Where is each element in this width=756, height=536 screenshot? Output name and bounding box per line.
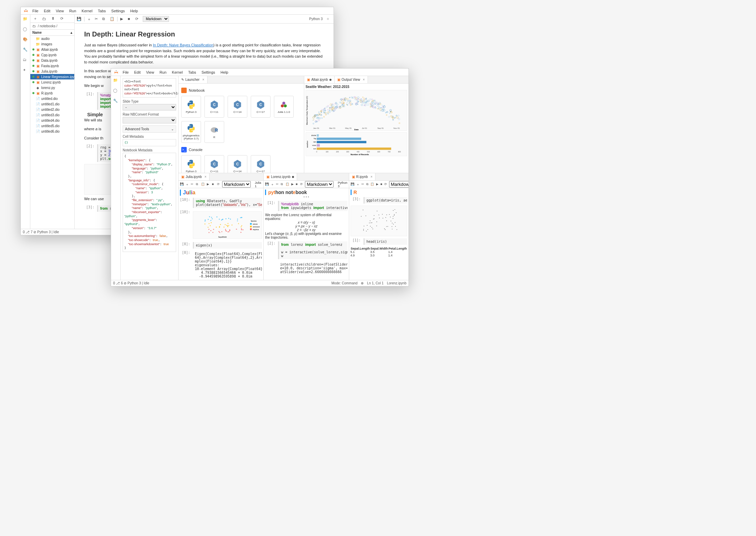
- menu-kernel[interactable]: Kernel: [170, 70, 185, 75]
- run-icon[interactable]: ▶: [376, 182, 379, 186]
- file-item[interactable]: ▣R.ipynb: [30, 90, 74, 96]
- file-item[interactable]: ▣Altair.ipynb: [30, 47, 74, 52]
- paste-icon[interactable]: 📋: [370, 182, 374, 186]
- launcher-card[interactable]: Python 3: [181, 96, 201, 118]
- new-launcher-icon[interactable]: ＋: [32, 16, 38, 21]
- run-icon[interactable]: ▶: [291, 182, 294, 186]
- column-name[interactable]: Name: [32, 31, 42, 34]
- menu-edit[interactable]: Edit: [132, 70, 143, 75]
- code-cell[interactable]: using RDatasets, Gadfly plot(dataset("da…: [193, 198, 262, 208]
- launcher-card[interactable]: CC++11: [204, 155, 224, 173]
- extension-icon[interactable]: ✦: [23, 68, 28, 73]
- file-item[interactable]: 📄untitled5.dio: [30, 123, 74, 129]
- file-item[interactable]: ▣Lorenz.ipynb: [30, 79, 74, 85]
- folder-icon[interactable]: 📁: [23, 17, 28, 22]
- cell-type-select[interactable]: Markdown: [389, 181, 408, 188]
- restart-icon[interactable]: ⟳: [217, 182, 220, 186]
- upload-icon[interactable]: ⬆: [50, 16, 56, 21]
- file-item[interactable]: 📁audio: [30, 36, 74, 41]
- kernel-name[interactable]: Python 3: [338, 181, 347, 188]
- save-icon[interactable]: 💾: [180, 182, 184, 186]
- refresh-icon[interactable]: ⟳: [59, 16, 64, 21]
- tabs-icon[interactable]: 🗂: [23, 58, 28, 63]
- tools-icon[interactable]: 🔧: [113, 99, 119, 104]
- copy-icon[interactable]: ⧉: [196, 182, 199, 186]
- close-icon[interactable]: ×: [203, 175, 206, 179]
- cut-icon[interactable]: ✂: [361, 182, 364, 186]
- menu-help[interactable]: Help: [218, 70, 230, 75]
- close-icon[interactable]: ×: [361, 78, 365, 81]
- commands-icon[interactable]: 🎨: [23, 37, 28, 43]
- cell-metadata-value[interactable]: {}: [123, 139, 176, 147]
- menu-view[interactable]: View: [54, 8, 66, 14]
- file-item[interactable]: 📄untitled2.dio: [30, 107, 74, 112]
- launcher-card[interactable]: phylogenetics (Python 3.7): [181, 121, 201, 143]
- paste-icon[interactable]: 📋: [201, 182, 205, 186]
- running-icon[interactable]: ◯: [113, 88, 119, 94]
- code-cell[interactable]: %matplotlib inline from ipywidgets impor…: [278, 201, 347, 211]
- cell-type-select[interactable]: Markdown: [305, 181, 334, 188]
- naive-bayes-link[interactable]: In Depth: Naive Bayes Classification: [153, 43, 213, 47]
- menu-tabs[interactable]: Tabs: [186, 70, 198, 75]
- slide-type-select[interactable]: -: [123, 104, 176, 110]
- save-icon[interactable]: 💾: [77, 17, 81, 21]
- kernel-name[interactable]: Julia 1: [255, 181, 262, 188]
- file-item[interactable]: ▣Data.ipynb: [30, 58, 74, 63]
- file-item[interactable]: 📄untitled4.dio: [30, 118, 74, 123]
- add-cell-icon[interactable]: ＋: [87, 17, 92, 21]
- julia-notebook[interactable]: Julia [10]:using RDatasets, Gadfly plot(…: [179, 188, 263, 280]
- menu-view[interactable]: View: [144, 70, 156, 75]
- notebook-metadata-value[interactable]: { "kernelspec": { "display_name": "Pytho…: [123, 153, 176, 252]
- file-item[interactable]: 📄untitled1.dio: [30, 101, 74, 107]
- cut-icon[interactable]: ✂: [95, 17, 99, 21]
- advanced-tools-toggle[interactable]: Advanced Tools⌄: [123, 125, 176, 133]
- file-item[interactable]: ▣Linear Regression.ipynb: [30, 74, 74, 79]
- add-cell-icon[interactable]: ＋: [356, 182, 359, 186]
- sort-icon[interactable]: ▴: [71, 31, 72, 34]
- stop-icon[interactable]: ■: [381, 182, 382, 186]
- kernel-name[interactable]: Python 3: [309, 17, 324, 21]
- altair-tab[interactable]: ▣Altair.ipynb: [304, 76, 335, 83]
- running-icon[interactable]: ◯: [23, 27, 28, 32]
- stop-icon[interactable]: ■: [128, 17, 133, 21]
- launcher-card[interactable]: CC++17: [251, 155, 271, 173]
- menu-edit[interactable]: Edit: [42, 8, 52, 14]
- paste-icon[interactable]: 📋: [286, 182, 289, 186]
- lorenz-tab[interactable]: ▣Lorenz.ipynb: [264, 173, 297, 180]
- launcher-card[interactable]: CC++14: [228, 155, 247, 173]
- file-item[interactable]: ▣Julia.ipynb: [30, 69, 74, 74]
- menu-kernel[interactable]: Kernel: [80, 8, 95, 14]
- stop-icon[interactable]: ■: [296, 182, 298, 186]
- menu-help[interactable]: Help: [128, 8, 140, 14]
- file-item[interactable]: ▣Cpp.ipynb: [30, 52, 74, 58]
- menu-tabs[interactable]: Tabs: [96, 8, 108, 14]
- output-view-tab[interactable]: ▣Output View×: [335, 76, 368, 83]
- save-icon[interactable]: 💾: [351, 182, 354, 186]
- code-cell[interactable]: head(iris): [364, 238, 407, 245]
- cut-icon[interactable]: ✂: [276, 182, 279, 186]
- file-item[interactable]: ▣Fasta.ipynb: [30, 63, 74, 69]
- launcher-card[interactable]: CC++11: [204, 96, 224, 118]
- new-folder-icon[interactable]: 🗀: [41, 16, 47, 21]
- copy-icon[interactable]: ⧉: [366, 182, 368, 186]
- launcher-card[interactable]: Python 3: [181, 155, 201, 173]
- close-icon[interactable]: ×: [201, 78, 204, 81]
- save-icon[interactable]: 💾: [265, 182, 269, 186]
- code-cell[interactable]: eigen(x): [193, 242, 262, 249]
- run-icon[interactable]: ▶: [120, 17, 125, 21]
- menu-run[interactable]: Run: [157, 70, 168, 75]
- file-item[interactable]: 📄untitled.dio: [30, 96, 74, 101]
- tools-icon[interactable]: 🔧: [23, 47, 28, 53]
- copy-icon[interactable]: ⧉: [281, 182, 283, 186]
- file-item[interactable]: 📄untitled6.dio: [30, 129, 74, 134]
- launcher-card[interactable]: Julia 1.1.0: [274, 96, 294, 118]
- copy-icon[interactable]: ⧉: [102, 17, 107, 21]
- menu-settings[interactable]: Settings: [109, 8, 127, 14]
- folder-icon[interactable]: 📁: [113, 78, 119, 84]
- add-cell-icon[interactable]: ＋: [186, 182, 189, 186]
- code-cell[interactable]: ggplot(data=iris, aes(x=Sepal.Len: [364, 197, 407, 204]
- restart-icon[interactable]: ⟳: [384, 182, 387, 186]
- breadcrumb-root-icon[interactable]: 🗀: [32, 24, 36, 28]
- menu-settings[interactable]: Settings: [200, 70, 217, 75]
- julia-tab[interactable]: ▣Julia.ipynb×: [179, 173, 210, 180]
